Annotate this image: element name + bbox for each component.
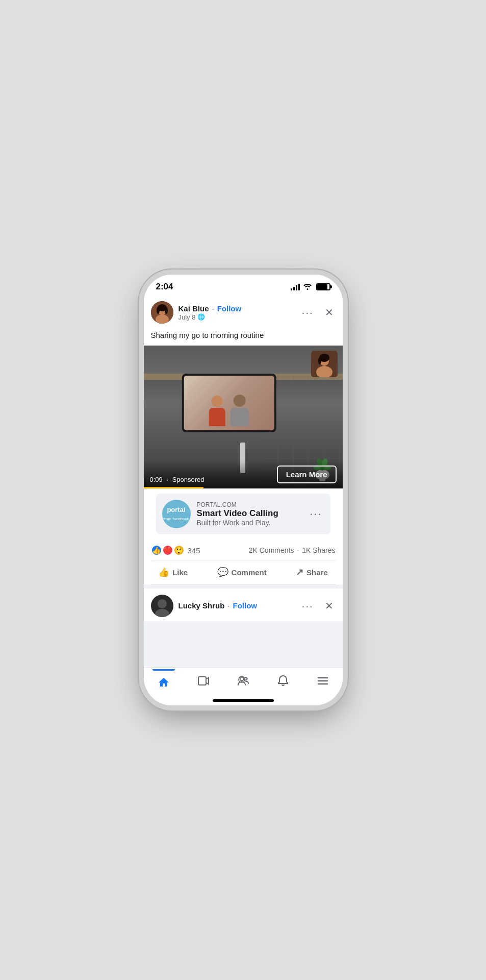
menu-icon (317, 675, 329, 690)
globe-icon: 🌐 (197, 313, 205, 321)
reactions-left: 👍 ❤️ 😲 345 (151, 545, 200, 556)
svg-point-23 (240, 677, 243, 681)
avatar (151, 301, 173, 324)
svg-point-18 (318, 357, 321, 364)
follow-button[interactable]: Follow (217, 304, 242, 313)
close-post-button[interactable]: ✕ (323, 304, 336, 321)
portal-screen (182, 374, 276, 432)
share-button[interactable]: ↗ Share (290, 562, 334, 582)
more-options-button[interactable]: ··· (300, 305, 316, 321)
second-post-header: Lucky Shrub · Follow ··· ✕ (144, 589, 343, 621)
second-close-button[interactable]: ✕ (323, 598, 336, 614)
post-date-row: July 8 🌐 (178, 313, 300, 321)
video-progress-bar (144, 487, 203, 488)
post-meta: Kai Blue · Follow July 8 🌐 (178, 304, 300, 321)
wifi-icon (303, 283, 312, 291)
second-more-options[interactable]: ··· (300, 598, 316, 614)
ad-subtitle: Built for Work and Play. (197, 519, 302, 527)
ad-domain: PORTAL.COM (197, 501, 302, 508)
notch (213, 275, 274, 289)
video-icon (197, 675, 210, 690)
svg-point-6 (165, 307, 168, 314)
second-post-author-row: Lucky Shrub · Follow (178, 601, 300, 610)
post-header-actions: ··· ✕ (300, 304, 336, 321)
second-follow-button[interactable]: Follow (233, 601, 258, 610)
action-divider-bottom (151, 584, 336, 584)
share-label: Share (306, 568, 328, 577)
svg-point-20 (158, 599, 167, 608)
like-label: Like (172, 568, 188, 577)
post-author-name: Kai Blue (178, 304, 209, 313)
nav-menu[interactable] (312, 673, 334, 692)
pip-thumbnail (311, 351, 338, 377)
like-reaction: 👍 (151, 545, 162, 556)
video-container[interactable]: 0:09 · Sponsored Learn More (144, 346, 343, 488)
wow-reaction: 😲 (173, 545, 185, 556)
ad-info: PORTAL.COM Smart Video Calling Built for… (197, 501, 302, 527)
video-time: 0:09 (150, 476, 163, 483)
home-indicator (144, 695, 343, 705)
like-button[interactable]: 👍 Like (152, 562, 194, 582)
groups-icon (237, 675, 249, 690)
comment-button[interactable]: 💬 Comment (211, 562, 273, 582)
second-post-actions-right: ··· ✕ (300, 598, 336, 614)
nav-groups[interactable] (232, 673, 254, 692)
video-player[interactable]: 0:09 · Sponsored Learn More (144, 346, 343, 488)
nav-video[interactable] (192, 673, 215, 692)
ad-card: portal from facebook PORTAL.COM Smart Vi… (156, 494, 330, 534)
battery-icon (316, 283, 330, 290)
like-icon: 👍 (158, 567, 169, 578)
dot-separator: · (212, 304, 214, 313)
status-icons (291, 283, 330, 291)
learn-more-button[interactable]: Learn More (277, 465, 337, 483)
ad-more-options[interactable]: ··· (308, 505, 324, 523)
second-post-avatar (151, 595, 173, 617)
post-header: Kai Blue · Follow July 8 🌐 ··· ✕ (144, 295, 343, 328)
second-post-card: Lucky Shrub · Follow ··· ✕ (144, 589, 343, 621)
video-separator: · (166, 476, 168, 483)
share-icon: ↗ (296, 567, 303, 578)
separator-dot: · (297, 546, 299, 554)
feed-scroll-area[interactable]: Kai Blue · Follow July 8 🌐 ··· ✕ Sharing… (144, 295, 343, 667)
notifications-icon (277, 675, 289, 690)
status-time: 2:04 (156, 282, 173, 292)
post-text: Sharing my go to morning routine (144, 328, 343, 346)
video-overlay: 0:09 · Sponsored Learn More (144, 460, 343, 488)
comment-label: Comment (232, 568, 267, 577)
nav-home[interactable] (152, 674, 175, 691)
second-post-meta: Lucky Shrub · Follow (178, 601, 300, 610)
ad-logo: portal from facebook (162, 500, 191, 528)
video-meta: 0:09 · Sponsored (150, 476, 204, 483)
nav-notifications[interactable] (272, 673, 294, 692)
second-dot-separator: · (227, 601, 229, 610)
reactions-row: 👍 ❤️ 😲 345 2K Comments · 1K Shares (144, 541, 343, 560)
comment-icon: 💬 (217, 567, 228, 578)
home-icon (158, 676, 170, 689)
action-buttons-row: 👍 Like 💬 Comment ↗ Share (144, 560, 343, 584)
ad-title: Smart Video Calling (197, 508, 302, 519)
reactions-right: 2K Comments · 1K Shares (249, 546, 336, 554)
bottom-nav (144, 667, 343, 695)
sponsored-label: Sponsored (172, 476, 204, 483)
love-reaction: ❤️ (162, 545, 173, 556)
reaction-count: 345 (188, 546, 200, 555)
svg-point-5 (157, 307, 160, 314)
svg-rect-22 (198, 677, 206, 685)
second-post-author-name: Lucky Shrub (178, 601, 225, 610)
ad-logo-text: portal from facebook (163, 506, 189, 522)
phone-frame: 2:04 (144, 275, 343, 705)
post-author-row: Kai Blue · Follow (178, 304, 300, 313)
post-card: Kai Blue · Follow July 8 🌐 ··· ✕ Sharing… (144, 295, 343, 584)
shares-count: 1K Shares (302, 546, 335, 554)
post-date: July 8 (178, 313, 196, 321)
signal-icon (291, 283, 300, 290)
comments-count: 2K Comments (249, 546, 294, 554)
